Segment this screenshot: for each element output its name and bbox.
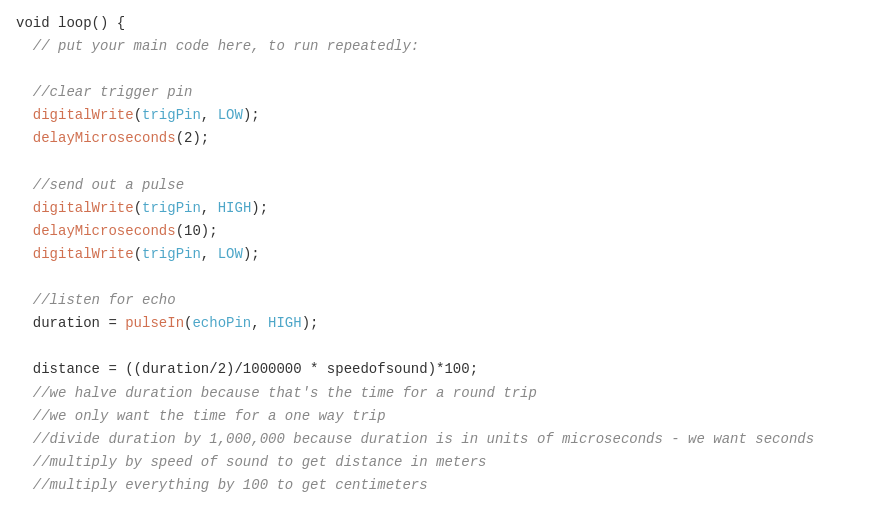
code-param: HIGH	[218, 197, 252, 220]
code-text: );	[251, 197, 268, 220]
code-comment: //we only want the time for a one way tr…	[16, 405, 386, 428]
code-text: );	[302, 312, 319, 335]
code-text: (	[134, 197, 142, 220]
code-text: ,	[201, 243, 218, 266]
code-param: trigPin	[142, 104, 201, 127]
empty-line	[16, 497, 875, 508]
code-line: delayMicroseconds(10);	[16, 220, 875, 243]
code-param: LOW	[218, 104, 243, 127]
empty-line	[16, 58, 875, 81]
code-line: //multiply by speed of sound to get dist…	[16, 451, 875, 474]
code-text: (	[184, 312, 192, 335]
code-function: delayMicroseconds	[33, 127, 176, 150]
code-param: echoPin	[192, 312, 251, 335]
code-param: trigPin	[142, 197, 201, 220]
code-line: digitalWrite(trigPin, LOW);	[16, 243, 875, 266]
code-param: HIGH	[268, 312, 302, 335]
code-line: //we halve duration because that's the t…	[16, 382, 875, 405]
code-text: (	[134, 243, 142, 266]
code-function: digitalWrite	[33, 197, 134, 220]
code-line: digitalWrite(trigPin, LOW);	[16, 104, 875, 127]
code-text: ,	[201, 104, 218, 127]
empty-line	[16, 335, 875, 358]
code-text: (	[134, 104, 142, 127]
code-function: pulseIn	[125, 312, 184, 335]
code-line: //divide duration by 1,000,000 because d…	[16, 428, 875, 451]
code-comment: //send out a pulse	[16, 174, 184, 197]
code-line: //we only want the time for a one way tr…	[16, 405, 875, 428]
code-param: LOW	[218, 243, 243, 266]
code-function: delayMicroseconds	[33, 220, 176, 243]
code-text: );	[243, 243, 260, 266]
code-text: distance = ((duration/2)/1000000 * speed…	[16, 358, 478, 381]
code-comment: //clear trigger pin	[16, 81, 192, 104]
code-comment: //we halve duration because that's the t…	[16, 382, 537, 405]
code-comment: //divide duration by 1,000,000 because d…	[16, 428, 814, 451]
code-text: void loop() {	[16, 12, 125, 35]
code-text: );	[243, 104, 260, 127]
code-comment: //multiply by speed of sound to get dist…	[16, 451, 486, 474]
code-comment: //multiply everything by 100 to get cent…	[16, 474, 428, 497]
code-function: digitalWrite	[33, 104, 134, 127]
code-line: digitalWrite(trigPin, HIGH);	[16, 197, 875, 220]
code-line: // put your main code here, to run repea…	[16, 35, 875, 58]
code-editor: void loop() { // put your main code here…	[0, 0, 891, 508]
code-text: ,	[251, 312, 268, 335]
code-line: //listen for echo	[16, 289, 875, 312]
code-line: delayMicroseconds(2);	[16, 127, 875, 150]
code-line: distance = ((duration/2)/1000000 * speed…	[16, 358, 875, 381]
empty-line	[16, 266, 875, 289]
code-text: (2);	[176, 127, 210, 150]
code-function: digitalWrite	[33, 243, 134, 266]
code-line: //clear trigger pin	[16, 81, 875, 104]
code-text	[16, 197, 33, 220]
code-comment: //listen for echo	[16, 289, 176, 312]
code-line: //multiply everything by 100 to get cent…	[16, 474, 875, 497]
code-text: ,	[201, 197, 218, 220]
code-text: (10);	[176, 220, 218, 243]
code-line: //send out a pulse	[16, 174, 875, 197]
code-param: trigPin	[142, 243, 201, 266]
code-text	[16, 220, 33, 243]
code-comment: // put your main code here, to run repea…	[16, 35, 419, 58]
code-line: void loop() {	[16, 12, 875, 35]
code-line: duration = pulseIn(echoPin, HIGH);	[16, 312, 875, 335]
code-text: duration =	[16, 312, 125, 335]
code-text	[16, 127, 33, 150]
code-text	[16, 104, 33, 127]
empty-line	[16, 151, 875, 174]
code-text	[16, 243, 33, 266]
